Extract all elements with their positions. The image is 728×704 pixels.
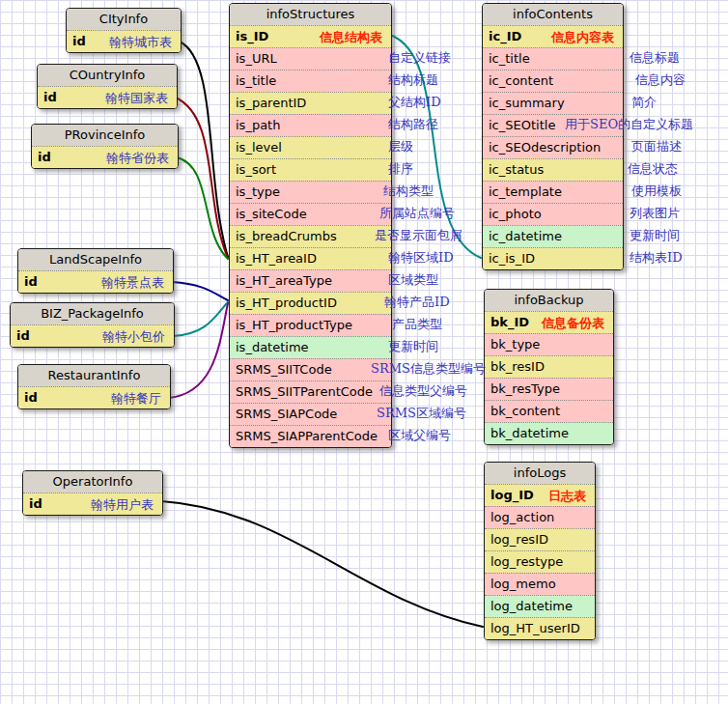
field-note: 翰特餐厅 [111,388,161,408]
field-row-log_resID[interactable]: log_resID [485,528,595,550]
field-name: id [29,496,42,511]
field-name: id [72,34,86,48]
field-name: log_memo [490,577,556,591]
field-row-bk_content[interactable]: bk_content [485,400,613,422]
field-row-ic_title[interactable]: ic_title [483,47,623,70]
field-row-id[interactable]: id翰特国家表 [38,86,177,108]
field-row-SRMS_SIITCode[interactable]: SRMS_SIITCode [230,358,391,380]
field-row-ic_ID[interactable]: ic_ID信息内容表 [483,25,623,47]
field-row-bk_resType[interactable]: bk_resType [485,378,613,400]
field-note: 区域父编号 [388,428,451,442]
field-note: 自定义链接 [388,50,451,65]
table-infoContents[interactable]: infoContentsic_ID信息内容表ic_titleic_content… [482,3,624,270]
field-row-is_ID[interactable]: is_ID信息结构表 [230,25,391,47]
field-name: ic_SEOdescription [489,140,601,155]
field-name: is_parentID [236,96,306,110]
field-note: 结构标题 [388,72,438,87]
field-row-log_memo[interactable]: log_memo [485,573,595,595]
field-row-id[interactable]: id翰特城市表 [67,30,181,52]
field-row-SRMS_SIAPCode[interactable]: SRMS_SIAPCode [230,403,391,425]
field-row-is_HT_productID[interactable]: is_HT_productID [230,292,391,314]
field-row-ic_summary[interactable]: ic_summary [483,92,623,114]
field-row-bk_resID[interactable]: bk_resID [485,355,613,378]
table-infoBackup[interactable]: infoBackupbk_ID信息备份表bk_typebk_resIDbk_re… [484,289,614,445]
field-row-log_action[interactable]: log_action [485,506,595,528]
field-row-is_sort[interactable]: is_sort [230,158,391,181]
field-row-log_restype[interactable]: log_restype [485,550,595,573]
field-row-is_path[interactable]: is_path [230,114,391,136]
relation-CItyInfo.id-to-infoStructures.is_HT_areaID [180,42,228,257]
table-PRovinceInfo[interactable]: PRovinceInfoid翰特省份表 [31,124,179,169]
field-note: 翰特国家表 [105,88,168,108]
table-title-LandScapeInfo: LandScapeInfo [18,249,173,270]
field-row-ic_photo[interactable]: ic_photo [483,203,623,225]
field-row-is_URL[interactable]: is_URL [230,47,391,70]
field-name: id [16,328,30,343]
relation-RestaurantInfo.id-to-infoStructures.is_HT_productID [169,303,228,398]
field-row-log_datetime[interactable]: log_datetime [485,595,595,617]
field-note: 信息内容表 [551,27,614,47]
field-name: SRMS_SIITCode [236,362,332,377]
field-row-id[interactable]: id翰特省份表 [32,146,178,168]
field-row-id[interactable]: id翰特景点表 [18,270,173,293]
field-name: bk_resType [490,381,560,396]
table-RestaurantInfo[interactable]: RestaurantInfoid翰特餐厅 [17,364,171,409]
field-row-ic_is_ID[interactable]: ic_is_ID [483,247,623,269]
table-LandScapeInfo[interactable]: LandScapeInfoid翰特景点表 [17,248,174,294]
field-row-is_type[interactable]: is_type [230,181,391,203]
table-COuntryInfo[interactable]: COuntryInfoid翰特国家表 [37,64,178,109]
field-name: is_title [236,73,276,88]
relation-LandScapeInfo.id-to-infoStructures.is_HT_productID [172,282,228,300]
field-note: 信息状态 [628,161,678,176]
field-name: id [38,150,51,164]
field-row-is_HT_areaID[interactable]: is_HT_areaID [230,247,391,269]
field-note: 简介 [631,95,657,109]
field-row-is_title[interactable]: is_title [230,70,391,92]
field-row-log_ID[interactable]: log_ID日志表 [485,484,595,506]
field-row-ic_datetime[interactable]: ic_datetime [483,225,623,247]
field-row-SRMS_SIITParentCode[interactable]: SRMS_SIITParentCode [230,380,391,403]
table-OperatorInfo[interactable]: OperatorInfoid翰特用户表 [22,470,163,516]
table-CItyInfo[interactable]: CItyInfoid翰特城市表 [66,8,182,53]
field-row-bk_type[interactable]: bk_type [485,333,613,355]
field-row-log_HT_userID[interactable]: log_HT_userID [485,617,595,639]
field-note: SRMS区域编号 [377,406,466,420]
field-note: 信息标题 [630,50,680,65]
field-row-ic_content[interactable]: ic_content [483,70,623,92]
field-note: 用于SEO的自定义标题 [565,117,693,131]
field-row-is_HT_productType[interactable]: is_HT_productType [230,314,391,336]
field-row-ic_SEOdescription[interactable]: ic_SEOdescription [483,136,623,158]
field-name: ic_content [489,73,553,88]
field-row-id[interactable]: id翰特用户表 [23,493,162,515]
field-row-bk_datetime[interactable]: bk_datetime [485,422,613,444]
table-infoStructures[interactable]: infoStructuresis_ID信息结构表is_URLis_titleis… [229,3,392,448]
table-title-BIZ_PackageInfo: BIZ_PackageInfo [11,303,174,324]
field-note: 翰特区域ID [388,250,454,265]
field-name: bk_ID [490,315,529,329]
field-row-id[interactable]: id翰特小包价 [11,324,174,347]
field-row-SRMS_SIAPParentCode[interactable]: SRMS_SIAPParentCode [230,425,391,447]
field-note: 翰特省份表 [106,148,169,168]
field-name: is_path [236,118,280,132]
field-row-is_HT_areaType[interactable]: is_HT_areaType [230,269,391,292]
table-BIZ_PackageInfo[interactable]: BIZ_PackageInfoid翰特小包价 [10,302,175,348]
field-note: 信息内容 [635,72,686,87]
field-row-is_parentID[interactable]: is_parentID [230,92,391,114]
field-row-is_level[interactable]: is_level [230,136,391,158]
field-name: ic_status [489,162,544,177]
field-name: is_sort [236,162,276,177]
field-row-is_datetime[interactable]: is_datetime [230,336,391,358]
field-row-ic_template[interactable]: ic_template [483,181,623,203]
field-row-is_breadCrumbs[interactable]: is_breadCrumbs [230,225,391,247]
field-note: 结构类型 [383,183,434,198]
table-title-COuntryInfo: COuntryInfo [38,65,177,86]
field-row-ic_status[interactable]: ic_status [483,158,623,181]
field-name: is_HT_productType [236,318,352,332]
relation-COuntryInfo.id-to-infoStructures.is_HT_areaID [176,98,228,258]
field-note: 列表图片 [630,206,680,220]
table-infoLogs[interactable]: infoLogslog_ID日志表log_actionlog_resIDlog_… [484,462,596,640]
field-row-bk_ID[interactable]: bk_ID信息备份表 [485,311,613,333]
field-name: SRMS_SIAPCode [236,407,337,421]
field-row-id[interactable]: id翰特餐厅 [18,386,170,408]
field-row-is_siteCode[interactable]: is_siteCode [230,203,391,225]
